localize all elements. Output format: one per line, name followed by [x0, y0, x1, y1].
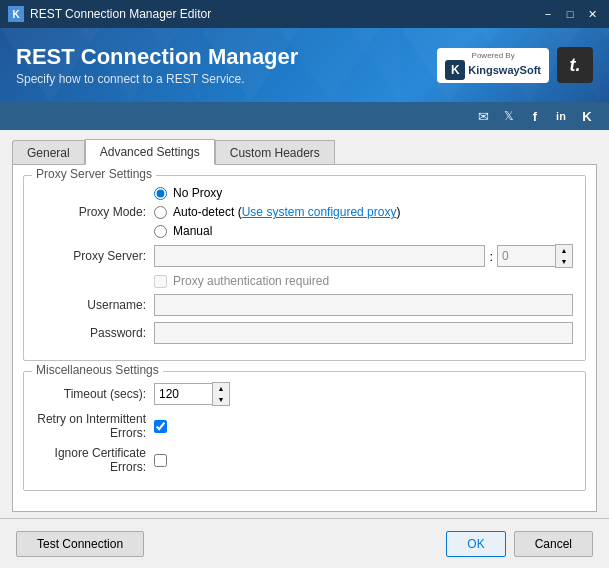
header-logos: Powered By K KingswaySoft t. [437, 47, 593, 83]
radio-auto-detect[interactable]: Auto-detect (Use system configured proxy… [154, 205, 400, 219]
username-label: Username: [36, 298, 146, 312]
minimize-button[interactable]: − [539, 5, 557, 23]
ignore-cert-label: Ignore Certificate Errors: [36, 446, 146, 474]
title-bar-controls: − □ ✕ [539, 5, 601, 23]
tab-custom-headers[interactable]: Custom Headers [215, 140, 335, 165]
social-bar: ✉ 𝕏 f in K [0, 102, 609, 130]
timeout-spinner-buttons: ▲ ▼ [212, 382, 230, 406]
misc-section-label: Miscellaneous Settings [32, 363, 163, 377]
title-bar: K REST Connection Manager Editor − □ ✕ [0, 0, 609, 28]
kingswaysoft-logo: Powered By K KingswaySoft [437, 48, 549, 83]
proxy-server-input[interactable] [154, 245, 485, 267]
email-icon[interactable]: ✉ [473, 106, 493, 126]
proxy-server-label: Proxy Server: [36, 249, 146, 263]
retry-label: Retry on Intermittent Errors: [36, 412, 146, 440]
password-row: Password: [36, 322, 573, 344]
tab-advanced-settings[interactable]: Advanced Settings [85, 139, 215, 165]
proxy-mode-radio-group: No Proxy Auto-detect (Use system configu… [154, 186, 400, 238]
ok-button[interactable]: OK [446, 531, 505, 557]
test-connection-button[interactable]: Test Connection [16, 531, 144, 557]
spinner-buttons: ▲ ▼ [555, 244, 573, 268]
timeout-input[interactable] [154, 383, 212, 405]
proxy-server-row: Proxy Server: : ▲ ▼ [36, 244, 573, 268]
auth-checkbox-row: Proxy authentication required [154, 274, 573, 288]
header-subtitle: Specify how to connect to a REST Service… [16, 72, 298, 86]
username-input[interactable] [154, 294, 573, 316]
proxy-section-label: Proxy Server Settings [32, 167, 156, 181]
main-content: General Advanced Settings Custom Headers… [0, 130, 609, 518]
password-label: Password: [36, 326, 146, 340]
powered-by-text: Powered By [472, 51, 515, 60]
port-spinner: ▲ ▼ [497, 244, 573, 268]
radio-manual[interactable]: Manual [154, 224, 400, 238]
bottom-bar: Test Connection OK Cancel [0, 518, 609, 568]
password-input[interactable] [154, 322, 573, 344]
k-icon[interactable]: K [577, 106, 597, 126]
tab-general[interactable]: General [12, 140, 85, 165]
proxy-section: Proxy Server Settings Proxy Mode: No Pro… [23, 175, 586, 361]
facebook-icon[interactable]: f [525, 106, 545, 126]
misc-section: Miscellaneous Settings Timeout (secs): ▲… [23, 371, 586, 491]
radio-no-proxy-input[interactable] [154, 187, 167, 200]
tabs: General Advanced Settings Custom Headers [12, 138, 597, 164]
linkedin-icon[interactable]: in [551, 106, 571, 126]
port-input[interactable] [497, 245, 555, 267]
spinner-down-button[interactable]: ▼ [556, 256, 572, 267]
brand-name: KingswaySoft [468, 64, 541, 76]
header-title: REST Connection Manager [16, 44, 298, 70]
radio-auto-detect-label: Auto-detect (Use system configured proxy… [173, 205, 400, 219]
proxy-mode-row: Proxy Mode: No Proxy Auto-detect (Use sy… [36, 186, 573, 238]
cancel-button[interactable]: Cancel [514, 531, 593, 557]
username-row: Username: [36, 294, 573, 316]
header-banner: REST Connection Manager Specify how to c… [0, 28, 609, 102]
title-bar-left: K REST Connection Manager Editor [8, 6, 211, 22]
timeout-up-button[interactable]: ▲ [213, 383, 229, 394]
timeout-spinner: ▲ ▼ [154, 382, 230, 406]
ignore-cert-checkbox[interactable] [154, 454, 167, 467]
tray-icon: t. [557, 47, 593, 83]
radio-no-proxy-label: No Proxy [173, 186, 222, 200]
radio-manual-label: Manual [173, 224, 212, 238]
maximize-button[interactable]: □ [561, 5, 579, 23]
timeout-row: Timeout (secs): ▲ ▼ [36, 382, 573, 406]
proxy-auth-label: Proxy authentication required [173, 274, 329, 288]
auto-detect-link[interactable]: Use system configured proxy [242, 205, 397, 219]
app-icon: K [8, 6, 24, 22]
header-text: REST Connection Manager Specify how to c… [16, 44, 298, 86]
title-bar-title: REST Connection Manager Editor [30, 7, 211, 21]
timeout-label: Timeout (secs): [36, 387, 146, 401]
tab-panel: Proxy Server Settings Proxy Mode: No Pro… [12, 164, 597, 512]
proxy-auth-checkbox[interactable] [154, 275, 167, 288]
close-button[interactable]: ✕ [583, 5, 601, 23]
twitter-icon[interactable]: 𝕏 [499, 106, 519, 126]
retry-row: Retry on Intermittent Errors: [36, 412, 573, 440]
radio-no-proxy[interactable]: No Proxy [154, 186, 400, 200]
colon-separator: : [489, 249, 493, 264]
radio-auto-detect-input[interactable] [154, 206, 167, 219]
ignore-cert-row: Ignore Certificate Errors: [36, 446, 573, 474]
radio-manual-input[interactable] [154, 225, 167, 238]
timeout-down-button[interactable]: ▼ [213, 394, 229, 405]
retry-checkbox[interactable] [154, 420, 167, 433]
proxy-mode-label: Proxy Mode: [36, 205, 146, 219]
dialog-buttons: OK Cancel [446, 531, 593, 557]
logo-k-icon: K [445, 60, 465, 80]
spinner-up-button[interactable]: ▲ [556, 245, 572, 256]
